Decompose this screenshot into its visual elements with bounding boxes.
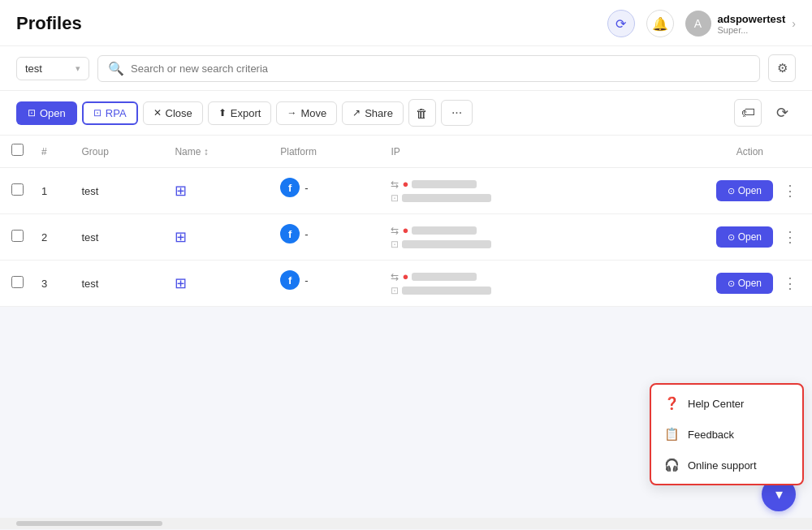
table-header-row: # Group Name ↕ Platform IP Action	[0, 136, 812, 168]
open-btn-icon: ⊡	[28, 107, 36, 118]
row-checkbox[interactable]	[11, 276, 24, 288]
export-btn-label: Export	[231, 107, 261, 119]
feedback-label: Feedback	[688, 429, 734, 441]
tag-icon-btn[interactable]: 🏷	[734, 99, 762, 127]
row-checkbox[interactable]	[11, 230, 24, 242]
search-icon: 🔍	[108, 61, 124, 76]
online-support-icon: 🎧	[664, 458, 680, 472]
row-name: ⊞	[163, 168, 269, 214]
user-name-block: adspowertest Super...	[718, 13, 786, 35]
row-open-button[interactable]: ⊙ Open	[716, 180, 773, 201]
action-bar-right: 🏷 ⟳	[734, 99, 796, 127]
rpa-btn-icon: ⊡	[93, 107, 102, 118]
row-name: ⊞	[163, 214, 269, 261]
user-role: Super...	[718, 25, 786, 35]
row-more-button[interactable]: ⋮	[780, 179, 801, 203]
export-icon: ⬆	[218, 107, 227, 118]
platform-icon: f	[280, 270, 300, 290]
main-content: ❓ Help Center 📋 Feedback 🎧 Online suppor…	[0, 307, 812, 518]
refresh-btn[interactable]: ⟳	[768, 99, 796, 127]
header-right: ⟳ 🔔 A adspowertest Super... ›	[607, 10, 796, 37]
row-ip: ⇆ ● ⊡	[379, 168, 611, 214]
open-btn-label: Open	[40, 107, 66, 119]
help-center-item[interactable]: ❓ Help Center	[651, 388, 802, 419]
row-group: test	[71, 168, 164, 214]
th-group: Group	[71, 136, 164, 168]
filter-icon-btn[interactable]: ⚙	[768, 54, 796, 82]
th-number: #	[35, 136, 71, 168]
scroll-thumb	[16, 521, 162, 526]
close-icon: ✕	[153, 107, 162, 118]
move-btn-label: Move	[300, 107, 326, 119]
refresh-icon: ⟳	[776, 104, 788, 122]
th-name[interactable]: Name ↕	[163, 136, 269, 168]
row-open-button[interactable]: ⊙ Open	[716, 273, 773, 294]
platform-suffix: -	[304, 228, 308, 240]
sync-icon-btn[interactable]: ⟳	[607, 10, 635, 37]
search-bar: 🔍	[97, 55, 760, 82]
row-more-button[interactable]: ⋮	[780, 225, 801, 249]
open-button[interactable]: ⊡ Open	[16, 101, 77, 125]
more-actions-button[interactable]: ···	[441, 100, 473, 126]
row-action: ⊙ Open ⋮	[611, 214, 812, 261]
profiles-table: # Group Name ↕ Platform IP Action 1 test…	[0, 136, 812, 307]
row-platform: f -	[269, 168, 379, 207]
filter-icon: ⚙	[777, 61, 788, 75]
rpa-button[interactable]: ⊡ RPA	[82, 101, 138, 125]
move-button[interactable]: → Move	[276, 101, 337, 125]
row-checkbox-cell	[0, 168, 35, 214]
horizontal-scrollbar[interactable]	[0, 518, 812, 529]
platform-suffix: -	[304, 182, 308, 194]
group-value: test	[25, 62, 42, 75]
close-button[interactable]: ✕ Close	[143, 101, 203, 125]
online-support-item[interactable]: 🎧 Online support	[651, 450, 802, 480]
select-all-checkbox[interactable]	[11, 144, 24, 156]
user-info[interactable]: A adspowertest Super... ›	[685, 11, 796, 37]
share-button[interactable]: ↗ Share	[342, 101, 404, 125]
row-name: ⊞	[163, 261, 269, 307]
th-checkbox	[0, 136, 35, 168]
sync-icon: ⟳	[615, 16, 626, 32]
action-bar: ⊡ Open ⊡ RPA ✕ Close ⬆ Export → Move ↗ S…	[0, 91, 812, 136]
more-icon: ···	[451, 106, 462, 119]
row-action: ⊙ Open ⋮	[611, 168, 812, 214]
platform-icon: f	[280, 178, 300, 197]
user-name: adspowertest	[718, 13, 786, 25]
toolbar: test ▾ 🔍 ⚙	[0, 46, 812, 91]
row-ip: ⇆ ● ⊡	[379, 214, 611, 261]
search-input[interactable]	[131, 62, 749, 75]
row-open-button[interactable]: ⊙ Open	[716, 226, 773, 248]
table-row: 3 test ⊞ f - ⇆ ● ⊡	[0, 261, 812, 307]
share-btn-label: Share	[365, 107, 393, 119]
tag-icon: 🏷	[741, 105, 755, 121]
th-ip: IP	[379, 136, 611, 168]
bell-icon-btn[interactable]: 🔔	[646, 10, 674, 37]
row-checkbox-cell	[0, 214, 35, 261]
th-action: Action	[611, 136, 812, 168]
online-support-label: Online support	[688, 459, 757, 472]
group-selector[interactable]: test ▾	[16, 57, 89, 80]
feedback-item[interactable]: 📋 Feedback	[651, 419, 802, 450]
feedback-icon: 📋	[664, 427, 680, 442]
share-icon: ↗	[352, 107, 361, 118]
row-group: test	[71, 214, 164, 261]
platform-icon: f	[280, 224, 300, 243]
table-wrapper: # Group Name ↕ Platform IP Action 1 test…	[0, 136, 812, 307]
row-more-button[interactable]: ⋮	[780, 271, 801, 295]
help-popup: ❓ Help Center 📋 Feedback 🎧 Online suppor…	[650, 383, 804, 485]
row-action: ⊙ Open ⋮	[611, 261, 812, 307]
row-checkbox[interactable]	[11, 183, 24, 196]
row-platform: f -	[269, 214, 379, 253]
row-platform: f -	[269, 261, 379, 299]
platform-suffix: -	[304, 274, 308, 287]
action-bar-left: ⊡ Open ⊡ RPA ✕ Close ⬆ Export → Move ↗ S…	[16, 99, 473, 127]
row-ip: ⇆ ● ⊡	[379, 261, 611, 307]
delete-button[interactable]: 🗑	[408, 99, 436, 127]
fab-chevron-icon: ▾	[775, 485, 783, 503]
page-title: Profiles	[16, 13, 82, 34]
table-row: 2 test ⊞ f - ⇆ ● ⊡	[0, 214, 812, 261]
table-row: 1 test ⊞ f - ⇆ ● ⊡	[0, 168, 812, 214]
rpa-btn-label: RPA	[106, 107, 127, 119]
row-number: 1	[35, 168, 71, 214]
export-button[interactable]: ⬆ Export	[208, 101, 272, 125]
